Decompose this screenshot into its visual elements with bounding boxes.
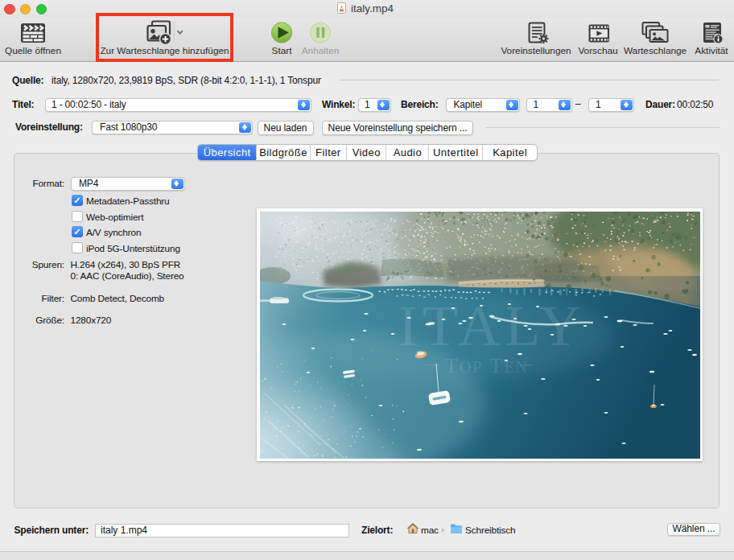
svg-text:ITALY: ITALY [398, 294, 586, 358]
svg-text:TOP TEN: TOP TEN [445, 354, 529, 377]
